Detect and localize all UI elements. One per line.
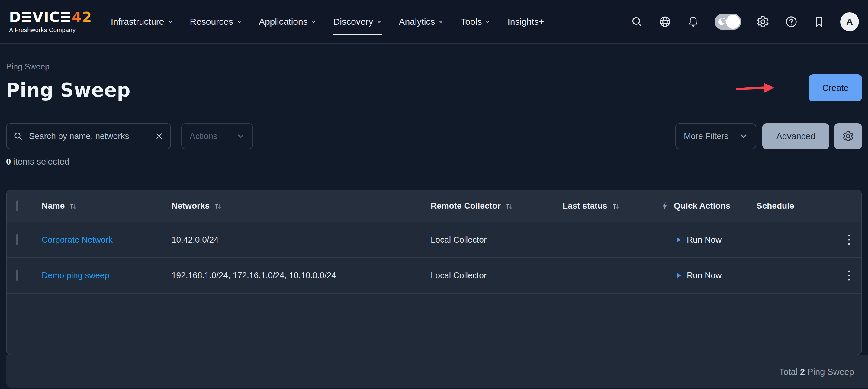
total-entity: Ping Sweep: [807, 367, 854, 377]
sort-icon[interactable]: [214, 202, 222, 210]
run-now-button[interactable]: Run Now: [660, 271, 756, 280]
nav-item-label: Infrastructure: [111, 17, 164, 27]
avatar-initial: A: [846, 17, 853, 27]
total-label: Total: [779, 367, 798, 377]
top-nav: D VIC 42 A Freshworks Company Infrastruc…: [0, 0, 868, 44]
more-filters-label: More Filters: [684, 131, 728, 141]
play-icon: [674, 236, 682, 244]
notifications-bell-icon[interactable]: [687, 16, 700, 28]
run-now-label: Run Now: [687, 235, 721, 245]
clear-search-icon[interactable]: [155, 132, 164, 141]
sort-icon[interactable]: [612, 202, 620, 210]
brand-logo-word: D VIC 42: [9, 10, 92, 24]
run-now-label: Run Now: [687, 271, 721, 280]
selection-count-text: items selected: [13, 157, 69, 167]
select-all-checkbox[interactable]: [16, 200, 18, 211]
row-remote-collector: Local Collector: [431, 235, 563, 245]
row-remote-collector: Local Collector: [431, 271, 563, 280]
column-header-remote-collector[interactable]: Remote Collector: [431, 201, 501, 211]
sort-icon[interactable]: [505, 202, 514, 210]
more-filters-dropdown[interactable]: More Filters: [675, 123, 756, 149]
table-empty-area: [7, 293, 861, 355]
advanced-label: Advanced: [776, 131, 815, 141]
chevron-down-icon: [167, 19, 173, 25]
advanced-button[interactable]: Advanced: [762, 123, 829, 149]
nav-item-analytics[interactable]: Analytics: [399, 0, 444, 43]
main-content: Ping Sweep Ping Sweep Create Actions Mor…: [0, 62, 868, 388]
logo-e-glyph: [61, 12, 70, 22]
theme-toggle-knob: [726, 15, 740, 29]
total-count: 2: [798, 367, 807, 377]
page-head: Ping Sweep Ping Sweep Create: [6, 62, 862, 101]
search-box: [6, 123, 171, 149]
nav-item-label: Discovery: [334, 17, 373, 27]
lightning-bolt-icon: [660, 202, 670, 210]
chevron-down-icon: [237, 19, 242, 25]
logo-e-glyph: [22, 12, 31, 22]
brand-logo[interactable]: D VIC 42 A Freshworks Company: [9, 10, 92, 33]
logo-letters: VIC: [32, 10, 60, 24]
row-menu-kebab-icon[interactable]: [844, 230, 861, 249]
nav-item-discovery[interactable]: Discovery: [334, 0, 382, 43]
filter-bar: Actions More Filters Advanced: [6, 123, 862, 149]
row-menu-kebab-icon[interactable]: [844, 266, 861, 285]
run-now-button[interactable]: Run Now: [660, 235, 756, 245]
row-name-link[interactable]: Demo ping sweep: [42, 271, 109, 280]
help-icon[interactable]: [785, 15, 798, 28]
nav-item-applications[interactable]: Applications: [259, 0, 316, 43]
nav-item-label: Applications: [259, 17, 308, 27]
gear-icon: [842, 130, 854, 142]
row-networks: 10.42.0.0/24: [172, 235, 431, 245]
selection-count: 0 items selected: [6, 156, 862, 167]
nav-item-label: Tools: [461, 17, 482, 27]
nav-item-label: Analytics: [399, 17, 435, 27]
column-header-name[interactable]: Name: [42, 201, 65, 211]
row-checkbox[interactable]: [16, 234, 18, 245]
brand-tagline: A Freshworks Company: [9, 27, 92, 33]
nav-item-label: Insights+: [507, 17, 544, 27]
search-icon: [13, 131, 23, 141]
ping-sweep-table: Name Networks Remote Collector Last stat…: [6, 190, 862, 355]
row-checkbox[interactable]: [16, 270, 18, 281]
chevron-down-icon: [438, 19, 444, 25]
avatar[interactable]: A: [840, 12, 859, 31]
search-input[interactable]: [28, 131, 149, 141]
selection-count-number: 0: [6, 157, 11, 167]
nav-item-resources[interactable]: Resources: [190, 0, 242, 43]
settings-gear-icon[interactable]: [756, 15, 770, 28]
page-title: Ping Sweep: [6, 79, 130, 101]
sort-icon[interactable]: [69, 202, 77, 210]
chevron-down-icon: [376, 19, 382, 25]
globe-icon[interactable]: [658, 15, 672, 28]
row-name-link[interactable]: Corporate Network: [42, 235, 113, 244]
search-icon[interactable]: [630, 16, 643, 28]
create-button[interactable]: Create: [809, 74, 862, 101]
chevron-down-icon: [739, 132, 748, 141]
row-networks: 192.168.1.0/24, 172.16.1.0/24, 10.10.0.0…: [172, 271, 431, 280]
nav-item-label: Resources: [190, 17, 233, 27]
actions-dropdown[interactable]: Actions: [181, 123, 253, 149]
chevron-down-icon: [485, 19, 491, 25]
chevron-down-icon: [311, 19, 316, 25]
chevron-down-icon: [237, 132, 245, 140]
column-header-quick-actions: Quick Actions: [674, 201, 730, 211]
theme-toggle[interactable]: [715, 13, 741, 30]
table-row: Demo ping sweep 192.168.1.0/24, 172.16.1…: [7, 257, 861, 293]
column-header-last-status[interactable]: Last status: [563, 201, 607, 211]
column-header-networks[interactable]: Networks: [172, 201, 210, 211]
actions-label: Actions: [190, 131, 217, 141]
table-footer: Total 2 Ping Sweep: [6, 355, 868, 388]
create-button-label: Create: [822, 83, 848, 93]
nav-item-insights-plus[interactable]: Insights+: [507, 0, 544, 43]
main-menu: Infrastructure Resources Applications Di…: [111, 0, 544, 43]
nav-item-infrastructure[interactable]: Infrastructure: [111, 0, 173, 43]
nav-item-tools[interactable]: Tools: [461, 0, 491, 43]
table-header-row: Name Networks Remote Collector Last stat…: [7, 190, 861, 222]
logo-accent-42: 42: [71, 10, 92, 24]
logo-letter: D: [9, 10, 21, 24]
table-row: Corporate Network 10.42.0.0/24 Local Col…: [7, 222, 861, 257]
breadcrumb[interactable]: Ping Sweep: [6, 62, 130, 71]
table-settings-button[interactable]: [834, 123, 862, 149]
column-header-schedule: Schedule: [756, 201, 794, 211]
bookmark-icon[interactable]: [813, 16, 825, 28]
